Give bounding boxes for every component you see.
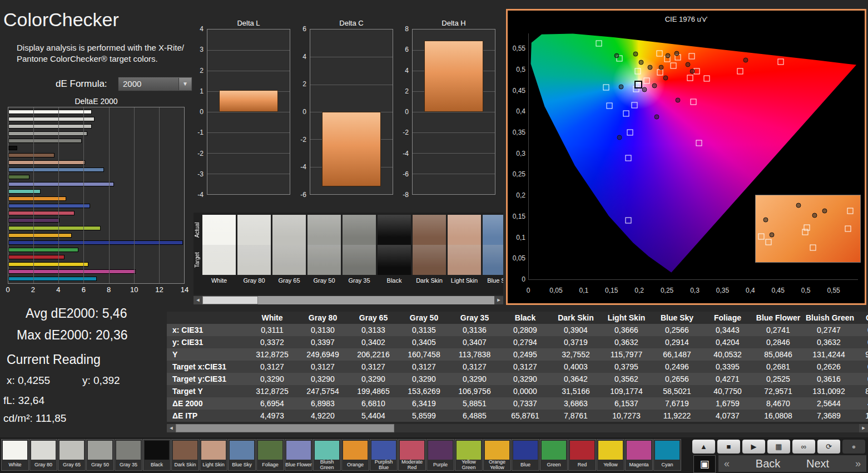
target-swatch <box>237 245 271 275</box>
strip-swatch[interactable]: Light Skin <box>448 215 481 286</box>
patch-button[interactable]: Blue Sky <box>228 439 256 471</box>
patch-button[interactable]: Blue <box>512 439 539 471</box>
table-scrollbar-thumb[interactable] <box>176 424 394 432</box>
delta-e-bar <box>8 110 92 114</box>
scroll-left-icon[interactable]: ◄ <box>194 296 202 304</box>
table-cell: 65,8761 <box>500 410 550 422</box>
strip-swatch[interactable]: Gray 50 <box>307 215 341 286</box>
target-swatch <box>378 245 411 275</box>
strip-swatch[interactable]: Blue Sky <box>483 215 503 286</box>
actual-swatch <box>272 215 306 245</box>
patch-button[interactable]: Light Skin <box>200 439 227 471</box>
y-tick-label: 0,2 <box>516 191 525 199</box>
delta-e-bar <box>8 211 75 215</box>
y-tick-label: -6 <box>300 191 306 199</box>
patch-button[interactable]: Bluish Green <box>313 439 341 471</box>
patch-button[interactable]: Gray 80 <box>29 439 57 471</box>
table-cell: 153,6269 <box>399 385 449 397</box>
column-header: Dark Skin <box>550 312 601 324</box>
patch-button[interactable]: Black <box>143 439 171 471</box>
eject-icon[interactable]: ▲ <box>692 440 715 454</box>
de-formula-value: 2000 <box>123 79 141 88</box>
strip-swatch[interactable]: White <box>202 215 236 286</box>
scroll-right-icon[interactable]: ► <box>859 424 868 432</box>
strip-scrollbar[interactable]: ◄ ► <box>194 296 503 304</box>
target-marker <box>737 68 743 75</box>
gridline <box>207 132 290 133</box>
strip-swatch[interactable]: Black <box>378 215 411 286</box>
patch-button[interactable]: Blue Flower <box>285 439 313 471</box>
patch-button[interactable]: Foliage <box>256 439 284 471</box>
patch-button[interactable]: Red <box>568 439 596 471</box>
strip-swatch[interactable]: Dark Skin <box>413 215 446 286</box>
table-cell: 0,2525 <box>753 373 803 385</box>
measurement-marker <box>663 76 668 81</box>
patch-button[interactable]: Orange Yellow <box>483 439 511 471</box>
panel-icon-button[interactable]: ▣ <box>693 455 716 473</box>
stop-icon[interactable]: ■ <box>717 440 740 454</box>
patch-button[interactable]: Purplish Blue <box>370 439 398 471</box>
table-scrollbar[interactable]: ◄ ► <box>167 424 868 432</box>
inset-meas-marker <box>796 203 801 208</box>
patch-button[interactable]: Orange <box>341 439 369 471</box>
table-cell: 0,5122 <box>854 361 868 373</box>
back-chevron-icon[interactable]: « <box>724 458 730 470</box>
record-icon[interactable]: ● <box>842 440 865 454</box>
row-label: x: CIE31 <box>167 324 247 336</box>
delta-e-bar <box>8 196 66 201</box>
table-cell: 115,7977 <box>601 348 652 361</box>
infinity-icon[interactable]: ∞ <box>792 440 815 454</box>
delta-e-chart-title: DeltaE 2000 <box>8 97 185 106</box>
table-cell: 0,3405 <box>399 336 449 348</box>
patch-button[interactable]: Purple <box>426 439 454 471</box>
table-cell: 0,3290 <box>297 373 348 385</box>
next-button[interactable]: Next <box>806 457 829 470</box>
patch-button[interactable]: Moderate Red <box>398 439 426 471</box>
patch-color <box>428 441 453 460</box>
gridline <box>109 107 110 283</box>
de-formula-dropdown[interactable]: 2000 ▼ <box>118 77 192 91</box>
next-chevron-icon[interactable]: » <box>855 458 861 470</box>
patch-button[interactable]: Green <box>540 439 568 471</box>
actual-swatch <box>378 215 411 245</box>
table-cell: 1,6759 <box>702 397 753 410</box>
scroll-left-icon[interactable]: ◄ <box>167 424 176 432</box>
chevron-down-icon[interactable]: ▼ <box>178 78 191 90</box>
patch-button[interactable]: White <box>1 439 29 471</box>
patch-color <box>485 441 509 460</box>
strip-scrollbar-thumb[interactable] <box>202 296 258 304</box>
table-scrollbar-track[interactable] <box>176 424 859 432</box>
target-marker <box>696 140 702 146</box>
patch-color <box>258 441 282 460</box>
measurement-marker <box>685 62 690 67</box>
table-row: ΔE 20006,69546,89836,68106,34195,88510,7… <box>167 397 868 410</box>
strip-swatch[interactable]: Gray 35 <box>343 215 376 286</box>
patch-button[interactable]: Cyan <box>653 439 681 471</box>
patch-button[interactable]: Yellow <box>597 439 624 471</box>
x-tick-label: 4 <box>56 285 60 294</box>
strip-swatch[interactable]: Gray 65 <box>272 215 306 286</box>
avg-de2000-stat: Avg dE2000: 5,46 <box>26 306 127 321</box>
back-button[interactable]: Back <box>756 457 780 470</box>
strip-scrollbar-track[interactable] <box>202 296 494 304</box>
cie-title: CIE 1976 u'v' <box>508 15 865 23</box>
patch-button-label: Gray 65 <box>58 460 85 470</box>
strip-swatch[interactable]: Gray 80 <box>237 215 271 286</box>
patch-button[interactable]: Yellow Green <box>455 439 483 471</box>
layout-icon[interactable]: ▦ <box>767 440 790 454</box>
actual-swatch <box>307 215 341 245</box>
target-marker <box>657 50 663 56</box>
patch-button[interactable]: Gray 50 <box>86 439 114 471</box>
play-icon[interactable]: ▶ <box>742 440 765 454</box>
target-marker <box>704 75 710 81</box>
patch-button[interactable]: Magenta <box>625 439 653 471</box>
measurement-marker <box>618 84 623 89</box>
patch-button[interactable]: Gray 35 <box>115 439 142 471</box>
delta-e-bar <box>8 124 92 129</box>
scroll-right-icon[interactable]: ► <box>494 296 503 304</box>
patch-button[interactable]: Dark Skin <box>171 439 199 471</box>
refresh-icon[interactable]: ⟳ <box>817 440 840 454</box>
patch-button[interactable]: Gray 65 <box>58 439 86 471</box>
table-cell: 0,3719 <box>550 336 601 348</box>
y-tick-label: 1 <box>200 87 204 95</box>
